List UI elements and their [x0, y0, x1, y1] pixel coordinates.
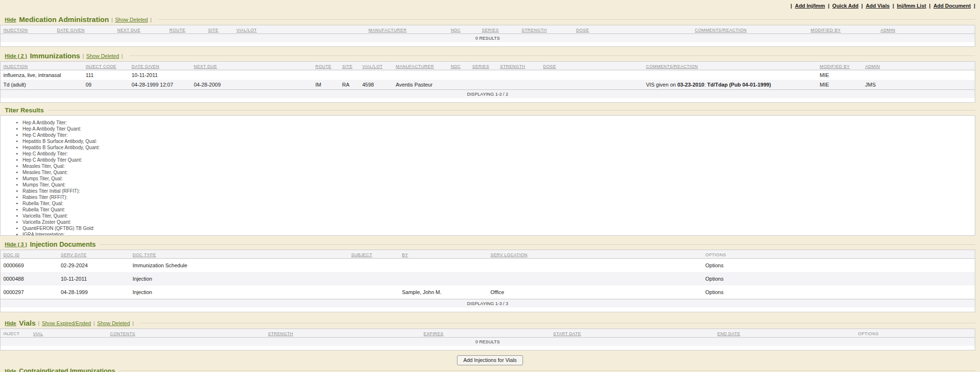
add-vials-link[interactable]: Add Vials — [866, 3, 890, 9]
contraindicated-immunizations-header: Hide Contraindicated Immunizations — [0, 367, 980, 372]
column-header-vial-lot[interactable]: VIAL/LOT — [234, 25, 366, 34]
column-header-start-date[interactable]: START DATE — [550, 329, 714, 338]
cell-comments — [643, 70, 817, 80]
column-header-serv-date[interactable]: SERV DATE — [58, 250, 130, 259]
cell-admin: JMS — [862, 80, 975, 90]
header-row: INJECT VIAL CONTENTS STRENGTH EXPIRES ST… — [0, 329, 975, 338]
column-header-dose[interactable]: DOSE — [540, 62, 643, 70]
column-header-site[interactable]: SITE — [339, 62, 359, 70]
column-header-series[interactable]: SERIES — [479, 25, 519, 34]
quick-add-link[interactable]: Quick Add — [832, 3, 858, 9]
header-row: INJECTION DATE GIVEN NEXT DUE ROUTE SITE… — [0, 25, 975, 34]
column-header-route[interactable]: ROUTE — [167, 25, 205, 34]
titer-item: Hep A Antibody Titer: — [22, 120, 975, 126]
hide-contraindicated-link[interactable]: Hide — [5, 368, 16, 372]
cell-doc-id: 0000669 — [0, 259, 58, 273]
cell-by: Sample, John M. — [399, 285, 488, 299]
cell-ndc — [448, 80, 469, 90]
hide-immunizations-link[interactable]: Hide ( 2 ) — [5, 53, 27, 59]
cell-route: IM — [312, 80, 339, 90]
medication-administration-header: Hide Medication Administration | Show De… — [0, 15, 980, 24]
cell-serv-location — [488, 272, 702, 285]
column-header-date-given[interactable]: DATE GIVEN — [54, 25, 114, 34]
separator: | — [892, 3, 894, 9]
options-menu-link[interactable]: Options — [705, 289, 724, 295]
column-header-modified-by[interactable]: MODIFIED BY — [808, 25, 878, 34]
immunization-row: influenza, live, intranasal 111 10-11-20… — [0, 70, 975, 80]
column-header-vial[interactable]: VIAL — [30, 329, 107, 338]
column-header-injection[interactable]: INJECTION — [0, 62, 83, 70]
column-header-admin[interactable]: ADMIN — [862, 62, 975, 70]
document-row: 0000669 02-29-2024 Immunization Schedule… — [0, 259, 975, 273]
column-header-doc-type[interactable]: DOC TYPE — [130, 250, 348, 259]
cell-inject-code: 09 — [83, 80, 129, 90]
vials-table-container: INJECT VIAL CONTENTS STRENGTH EXPIRES ST… — [0, 328, 975, 350]
hide-medication-administration-link[interactable]: Hide — [5, 17, 16, 22]
document-row: 0000488 10-11-2011 Injection Options — [0, 272, 975, 285]
column-header-dose[interactable]: DOSE — [573, 25, 692, 34]
column-header-manufacturer[interactable]: MANUFACTURER — [366, 25, 448, 34]
column-header-vial-lot[interactable]: VIAL/LOT — [359, 62, 393, 70]
cell-doc-type: Injection — [130, 285, 348, 299]
hide-vials-link[interactable]: Hide — [5, 320, 16, 326]
cell-next-due: 04-28-2009 — [191, 80, 312, 90]
options-menu-link[interactable]: Options — [705, 276, 724, 282]
immunizations-title: Immunizations — [30, 52, 80, 60]
column-header-date-given[interactable]: DATE GIVEN — [129, 62, 191, 70]
hide-injection-documents-link[interactable]: Hide ( 3 ) — [5, 241, 27, 247]
cell-serv-location — [488, 259, 702, 273]
column-header-site[interactable]: SITE — [205, 25, 234, 34]
column-header-subject[interactable]: SUBJECT — [348, 250, 399, 259]
column-header-modified-by[interactable]: MODIFIED BY — [817, 62, 862, 70]
column-header-end-date[interactable]: END DATE — [714, 329, 855, 338]
section-divider-line — [158, 19, 975, 20]
cell-strength — [497, 70, 540, 80]
cell-series — [469, 70, 497, 80]
separator: | — [861, 3, 863, 9]
column-header-strength[interactable]: STRENGTH — [265, 329, 421, 338]
separator: | — [93, 320, 95, 326]
add-inj-imm-link[interactable]: Add Inj/Imm — [795, 3, 825, 9]
vials-table: INJECT VIAL CONTENTS STRENGTH EXPIRES ST… — [0, 329, 975, 346]
column-header-admin[interactable]: ADMIN — [878, 25, 975, 34]
add-document-link[interactable]: Add Document — [934, 3, 971, 9]
document-row: 0000297 04-28-1999 Injection Sample, Joh… — [0, 285, 975, 299]
column-header-comments-reaction[interactable]: COMMENTS/REACTION — [643, 62, 817, 70]
show-deleted-link[interactable]: Show Deleted — [86, 53, 119, 59]
cell-doc-type: Immunization Schedule — [130, 259, 348, 273]
column-header-comments-reaction[interactable]: COMMENTS/REACTION — [692, 25, 808, 34]
cell-serv-date: 04-28-1999 — [58, 285, 130, 299]
show-deleted-link[interactable]: Show Deleted — [97, 320, 130, 326]
displaying-count: DISPLAYING 1-3 / 3 — [0, 299, 975, 308]
column-header-ndc[interactable]: NDC — [448, 62, 469, 70]
column-header-inject: INJECT — [0, 329, 30, 338]
show-expired-ended-link[interactable]: Show Expired/Ended — [42, 320, 91, 326]
column-header-by[interactable]: BY — [399, 250, 488, 259]
column-header-expires[interactable]: EXPIRES — [421, 329, 550, 338]
column-header-next-due[interactable]: NEXT DUE — [191, 62, 312, 70]
column-header-injection[interactable]: INJECTION — [0, 25, 54, 34]
injection-documents-table: DOC ID SERV DATE DOC TYPE SUBJECT BY SER… — [0, 250, 975, 307]
column-header-next-due[interactable]: NEXT DUE — [114, 25, 167, 34]
column-header-route[interactable]: ROUTE — [312, 62, 339, 70]
separator: | — [828, 3, 829, 9]
column-header-strength[interactable]: STRENGTH — [519, 25, 573, 34]
options-menu-link[interactable]: Options — [705, 263, 724, 268]
add-injections-for-vials-button[interactable]: Add Injections for Vials — [457, 355, 523, 365]
titer-item: Varicella Zoster Quant: — [22, 219, 975, 225]
column-header-doc-id[interactable]: DOC ID — [0, 250, 58, 259]
cell-route — [312, 70, 339, 80]
column-header-strength[interactable]: STRENGTH — [497, 62, 540, 70]
column-header-series[interactable]: SERIES — [469, 62, 497, 70]
show-deleted-link[interactable]: Show Deleted — [115, 17, 148, 22]
titer-item: Mumps Titer, Quant: — [22, 182, 975, 188]
titer-item: Rubella Titer Quant: — [22, 207, 975, 213]
column-header-serv-location[interactable]: SERV LOCATION — [488, 250, 702, 259]
column-header-ndc[interactable]: NDC — [448, 25, 479, 34]
column-header-contents[interactable]: CONTENTS — [107, 329, 265, 338]
inj-imm-list-link[interactable]: Inj/Imm List — [897, 3, 926, 9]
comments-date-bold: 03-23-2010 — [677, 82, 704, 88]
titer-item: Hepatitis B Surface Antibody, Qual: — [22, 138, 975, 144]
column-header-manufacturer[interactable]: MANUFACTURER — [393, 62, 448, 70]
column-header-inject-code[interactable]: INJECT CODE — [83, 62, 129, 70]
